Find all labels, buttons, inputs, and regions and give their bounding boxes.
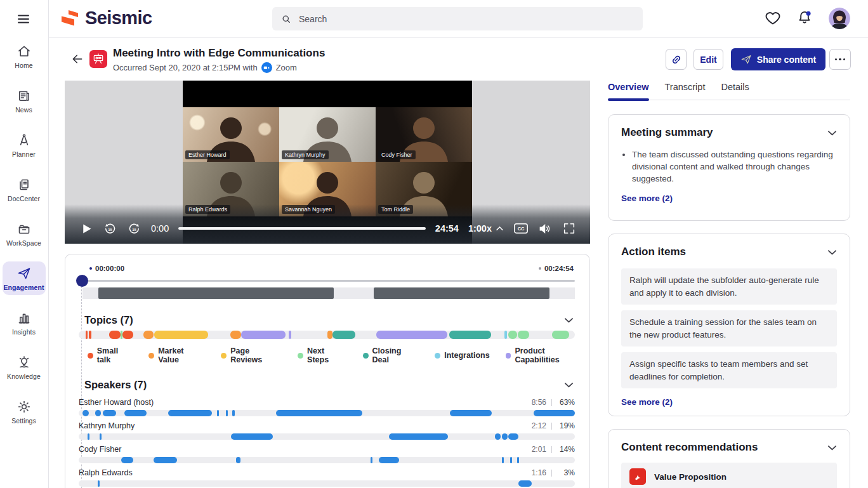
playhead-handle[interactable]	[76, 275, 88, 287]
speaker-segment	[371, 457, 372, 463]
legend-label: Closing Deal	[372, 346, 419, 364]
topic-segment	[504, 331, 507, 339]
speaker-timeline-bar[interactable]	[79, 480, 575, 487]
sidebar-item-label: WorkSpace	[6, 239, 41, 247]
playback-speed-button[interactable]: 1:00x	[468, 223, 504, 234]
page-title: Meeting Intro with Edge Communications	[113, 47, 325, 60]
engagement-icon	[16, 266, 32, 281]
notifications-bell-icon[interactable]	[796, 9, 815, 28]
speaker-timeline-bar[interactable]	[79, 457, 575, 463]
sidebar-item-insights[interactable]: Insights	[3, 306, 46, 340]
skip-forward-15-button[interactable]: 15	[127, 221, 141, 236]
timeline-slider[interactable]	[82, 280, 575, 282]
participant-tile: Kathryn Murphy	[279, 107, 376, 162]
sidebar-item-label: Planner	[12, 150, 36, 158]
legend-dot	[298, 353, 303, 359]
volume-button[interactable]	[538, 221, 553, 236]
hamburger-menu-icon[interactable]	[14, 11, 33, 27]
tab-transcript[interactable]: Transcript	[665, 82, 706, 100]
edit-button[interactable]: Edit	[694, 49, 723, 70]
speaker-timeline-bar[interactable]	[79, 410, 575, 416]
topic-segment	[332, 331, 355, 339]
sidebar-item-knowledge[interactable]: Knowledge	[3, 350, 46, 384]
speaker-timeline-bar[interactable]	[79, 433, 575, 440]
search-bar[interactable]	[272, 7, 643, 30]
legend-label: Small talk	[97, 346, 133, 364]
skip-back-15-button[interactable]: 15	[103, 221, 117, 236]
share-content-label: Share content	[757, 55, 816, 65]
favorites-heart-icon[interactable]	[764, 9, 783, 28]
recording-segments-track[interactable]	[82, 287, 575, 299]
meeting-summary-chevron-icon[interactable]	[827, 130, 837, 136]
speaker-name: Cody Fisher	[79, 445, 121, 454]
speakers-collapse-chevron-icon[interactable]	[564, 382, 574, 388]
settings-icon	[16, 399, 32, 414]
topic-segment	[289, 331, 291, 339]
summary-see-more-link[interactable]: See more (2)	[621, 194, 673, 203]
content-recommendations-title: Content recommendations	[621, 441, 758, 454]
content-recommendation-item[interactable]: Value Proposition	[621, 463, 837, 488]
speaker-segment	[236, 457, 240, 463]
playback-speed-value: 1:00x	[468, 223, 492, 234]
svg-text:15: 15	[132, 227, 136, 231]
sidebar-item-planner[interactable]: Planner	[3, 128, 46, 162]
engagement-card: 00:00:00 00:24:54 Topics (7) Small talk …	[65, 254, 590, 488]
video-player[interactable]: Esther Howard Kathryn Murphy Cody Fisher…	[65, 81, 590, 244]
action-items-list: Ralph will update the subfolder auto-gen…	[621, 268, 837, 388]
sidebar-item-engagement[interactable]: Engagement	[3, 261, 46, 295]
speaker-talk-percent: 3%	[557, 468, 575, 477]
tab-details[interactable]: Details	[721, 82, 749, 100]
closed-captions-button[interactable]: CC	[513, 221, 529, 236]
speaker-segment	[379, 457, 399, 463]
news-icon	[16, 88, 32, 103]
legend-dot	[506, 353, 511, 359]
speaker-talk-time: 8:56	[532, 398, 546, 407]
topic-segment	[241, 331, 286, 339]
action-items-see-more-link[interactable]: See more (2)	[621, 397, 673, 407]
speaker-segment	[232, 410, 234, 416]
copy-link-button[interactable]	[666, 49, 687, 70]
fullscreen-button[interactable]	[562, 221, 576, 235]
back-arrow-icon[interactable]	[70, 53, 85, 65]
zoom-icon	[261, 62, 272, 73]
content-recommendation-label: Value Proposition	[654, 472, 727, 482]
pdf-icon	[629, 468, 646, 485]
speaker-stats: 2:01 14%	[532, 445, 575, 454]
sidebar-item-news[interactable]: News	[3, 84, 46, 117]
action-items-chevron-icon[interactable]	[827, 249, 837, 255]
seismic-logo[interactable]: Seismic	[60, 8, 152, 29]
start-dot	[89, 267, 92, 270]
content-recommendations-chevron-icon[interactable]	[827, 445, 837, 451]
tab-overview[interactable]: Overview	[608, 82, 649, 100]
search-input[interactable]	[298, 13, 605, 25]
sidebar-item-workspace[interactable]: WorkSpace	[3, 217, 46, 251]
sidebar-item-settings[interactable]: Settings	[3, 395, 46, 428]
topics-legend: Small talk Market Value Page Reviews Nex…	[88, 346, 589, 364]
action-item: Assign specific tasks to team members an…	[621, 352, 837, 388]
sidebar-item-home[interactable]: Home	[3, 39, 46, 73]
speaker-segment	[88, 433, 89, 440]
legend-label: Market Value	[158, 346, 205, 364]
sidebar-item-doccenter[interactable]: DocCenter	[3, 173, 46, 206]
meeting-summary-card: Meeting summary The team discussed outst…	[608, 114, 850, 221]
topics-timeline-bar[interactable]	[79, 331, 575, 339]
meeting-platform-label: Zoom	[276, 63, 297, 72]
sidebar-item-label: Insights	[12, 328, 36, 336]
search-icon	[280, 13, 292, 25]
sidebar-item-label: News	[15, 106, 32, 114]
speaker-segment	[154, 457, 177, 463]
topics-collapse-chevron-icon[interactable]	[564, 317, 574, 323]
seek-bar[interactable]	[178, 227, 426, 230]
meeting-summary-bullet: The team discussed outstanding questions…	[632, 148, 837, 185]
user-avatar[interactable]	[829, 8, 850, 29]
play-button[interactable]	[80, 222, 93, 235]
participant-tile: Cody Fisher	[376, 107, 472, 162]
meeting-subtitle: Occurred Sept 20, 2020 at 2:15PM with Zo…	[113, 62, 297, 73]
speaker-stats: 1:16 3%	[532, 468, 575, 477]
speaker-segment	[450, 410, 492, 416]
topic-segment	[154, 331, 208, 339]
speaker-talk-time: 2:01	[532, 445, 546, 454]
more-options-button[interactable]	[829, 49, 851, 70]
speaker-name: Esther Howard (host)	[79, 398, 154, 407]
share-content-button[interactable]: Share content	[731, 48, 825, 70]
